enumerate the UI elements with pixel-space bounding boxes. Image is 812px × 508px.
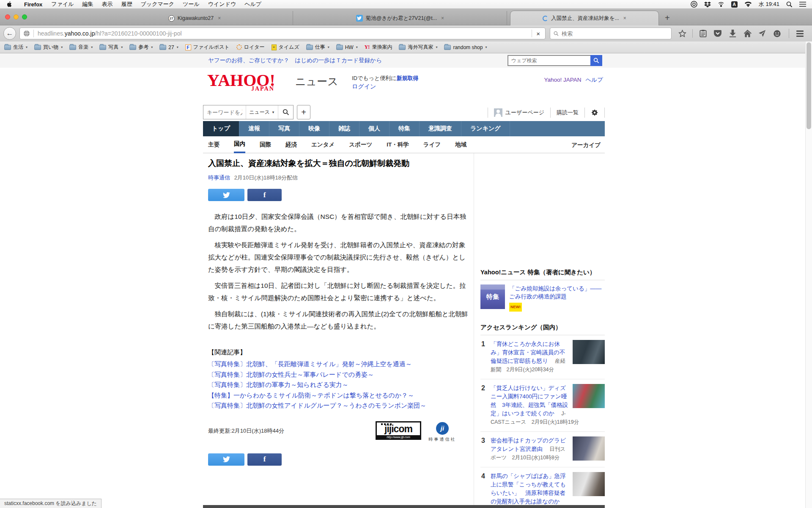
bookmark-folder-randomshop[interactable]: random shop▾ [444, 44, 487, 50]
facebook-share-button[interactable]: f [247, 189, 282, 201]
back-button[interactable]: ← [3, 27, 16, 40]
keyword-search-input[interactable] [203, 109, 246, 116]
nav-tab-ranking[interactable]: ランキング [461, 121, 510, 136]
menu-tools[interactable]: ツール [178, 0, 204, 8]
yahoo-japan-link[interactable]: Yahoo! JAPAN [544, 77, 582, 83]
add-search-button[interactable]: + [297, 105, 310, 119]
feature-link[interactable]: 「ごみ焼却施設は余っている」――ごみ行政の構造的課題 [509, 285, 601, 300]
subnav-kokusai[interactable]: 国際 [260, 136, 271, 153]
web-search-input[interactable] [508, 55, 590, 66]
zoom-window-button[interactable] [22, 14, 27, 19]
nav-tab-sokuhou[interactable]: 速報 [239, 121, 269, 136]
browser-search-input[interactable] [562, 30, 668, 37]
jijicom-logo[interactable]: jijicom http://www.jiji.com [376, 421, 421, 440]
bookmark-filepost[interactable]: Fファイルポスト [185, 44, 230, 51]
subnav-life[interactable]: ライフ [423, 136, 441, 153]
twitter-share-button[interactable] [208, 453, 244, 466]
page-scrollbar[interactable] [805, 41, 812, 508]
menu-file[interactable]: ファイル [47, 0, 78, 8]
downloads-icon[interactable] [728, 29, 737, 38]
menu-view[interactable]: 表示 [98, 0, 117, 8]
minimize-window-button[interactable] [14, 14, 19, 19]
related-link[interactable]: 【特集】一からわかるミサイル防衛～テポドンは撃ち落とせるのか？～ [208, 390, 471, 401]
subnav-entame[interactable]: エンタメ [311, 136, 335, 153]
tab-kigawakunto[interactable]: 27 Kigawakunto27 × [96, 11, 293, 25]
bookmark-folder-sankou[interactable]: 参考▾ [129, 44, 153, 51]
subnav-sports[interactable]: スポーツ [349, 136, 372, 153]
bookmark-star-icon[interactable] [678, 29, 687, 38]
archive-link[interactable]: アーカイブ [571, 141, 601, 149]
menu-window[interactable]: ウインドウ [204, 0, 241, 8]
signup-link[interactable]: 新規取得 [397, 75, 419, 81]
bookmark-reuters[interactable]: ロイター [236, 44, 265, 51]
bookmark-folder-seikatsu[interactable]: 生活▾ [4, 44, 27, 51]
menu-firefox[interactable]: Firefox [19, 1, 47, 8]
subnav-it-science[interactable]: IT・科学 [387, 136, 409, 153]
login-link[interactable]: ログイン [352, 83, 376, 91]
menu-edit[interactable]: 編集 [78, 0, 98, 8]
url-bar[interactable]: headlines.yahoo.co.jp/hl?a=20160210-0000… [19, 28, 546, 39]
pocket-icon[interactable] [713, 29, 722, 38]
wifi-icon[interactable] [744, 1, 752, 7]
nav-tab-top[interactable]: トップ [203, 121, 239, 136]
source-link[interactable]: 時事通信 [208, 174, 230, 181]
close-window-button[interactable] [5, 14, 10, 19]
yahoo-japan-logo[interactable]: YAHOO! JAPAN [207, 72, 275, 89]
keyword-search-box[interactable]: ニュース▼ [203, 105, 294, 119]
reading-list-icon[interactable] [698, 29, 708, 38]
nav-tab-shashin[interactable]: 写真 [269, 121, 299, 136]
feature-item[interactable]: 特集 「ごみ焼却施設は余っている」――ごみ行政の構造的課題 NEW! [480, 280, 605, 318]
tab-close-icon[interactable]: × [623, 15, 626, 21]
settings-gear-button[interactable] [584, 108, 605, 118]
nav-tab-ishikichousa[interactable]: 意識調査 [420, 121, 461, 136]
tab-close-icon[interactable]: × [441, 15, 444, 21]
emoji-smiley-icon[interactable] [772, 29, 782, 38]
menu-hamburger-icon[interactable] [796, 30, 804, 37]
bookmark-folder-ongaku[interactable]: 音楽▾ [69, 44, 93, 51]
tab-active-yahoo-news[interactable]: 入国禁止、資産凍結対象を... × [510, 11, 659, 25]
nav-tab-zasshi[interactable]: 雑誌 [329, 121, 359, 136]
menu-bookmarks[interactable]: ブックマーク [137, 0, 179, 8]
facebook-share-button[interactable]: f [247, 453, 282, 466]
related-link[interactable]: 〔写真特集〕北朝鮮の女性兵士～軍事パレードでの勇姿～ [208, 370, 471, 380]
bookmark-times[interactable]: ≡タイムズ [272, 44, 299, 51]
stop-loading-button[interactable]: × [536, 30, 540, 37]
scrollbar-thumb[interactable] [807, 42, 811, 129]
user-page-link[interactable]: ユーザーページ [488, 108, 550, 118]
jiji-press-logo[interactable]: ji 時事通信社 [425, 422, 459, 442]
nav-tab-kojin[interactable]: 個人 [359, 121, 390, 136]
subscriptions-link[interactable]: 購読一覧 [550, 108, 584, 118]
spotlight-icon[interactable] [786, 1, 793, 8]
tab-close-icon[interactable]: × [218, 15, 221, 21]
help-link[interactable]: ヘルプ [586, 77, 603, 83]
nav-tab-tokushuu[interactable]: 特集 [390, 121, 420, 136]
news-search-button[interactable] [278, 105, 293, 119]
bookmark-transit[interactable]: Y!乗換案内 [365, 44, 392, 51]
related-link[interactable]: 〔写真特集〕北朝鮮、「長距離弾道ミサイル」発射～沖縄上空を通過～ [208, 359, 471, 370]
tab-twitter[interactable]: 菊池@きがわ君と27V21(@t... × [294, 11, 507, 25]
bookmark-folder-kaigai[interactable]: 海外写真家▾ [399, 44, 437, 51]
bookmark-folder-shashin[interactable]: 写真▾ [99, 44, 123, 51]
dropbox-icon[interactable] [704, 1, 711, 8]
subnav-keizai[interactable]: 経済 [285, 136, 297, 153]
web-search-button[interactable] [590, 55, 602, 66]
bookmark-folder-kaimono[interactable]: 買い物▾ [34, 44, 63, 51]
creative-cloud-icon[interactable] [691, 1, 697, 8]
subnav-kokunai[interactable]: 国内 [234, 136, 245, 153]
browser-search-bar[interactable] [550, 28, 672, 39]
input-source-icon[interactable]: A [731, 1, 738, 8]
bookmark-folder-27[interactable]: 27▾ [159, 44, 178, 50]
subnav-shuyou[interactable]: 主要 [208, 136, 219, 153]
ranking-link[interactable]: 群馬の「シャブばばあ」急浮上に県警「こっちが教えてもらいたい」 清原和博容疑者の… [491, 473, 566, 505]
new-tab-button[interactable]: + [665, 13, 670, 23]
airplay-audio-icon[interactable] [718, 1, 724, 8]
notification-center-icon[interactable] [799, 1, 806, 7]
related-link[interactable]: 〔写真特集〕北朝鮮の女性アイドルグループ？～うわさのモランボン楽団～ [208, 400, 471, 411]
bookmark-folder-shigoto[interactable]: 仕事▾ [306, 44, 329, 51]
menu-help[interactable]: ヘルプ [240, 0, 266, 8]
related-link[interactable]: 〔写真特集〕北朝鮮の軍事力～知られざる実力～ [208, 380, 471, 390]
twitter-share-button[interactable] [208, 189, 244, 201]
search-scope-dropdown[interactable]: ニュース▼ [246, 105, 278, 119]
bookmark-folder-hw[interactable]: HW▾ [336, 44, 358, 50]
home-icon[interactable] [743, 29, 752, 38]
